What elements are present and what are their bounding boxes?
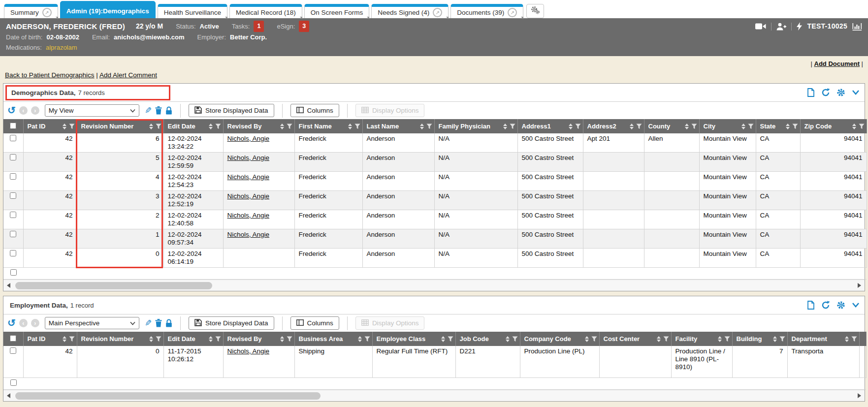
sort-icon[interactable]	[209, 124, 213, 129]
popout-icon[interactable]: ↗	[42, 8, 52, 17]
lock-view-icon[interactable]	[165, 319, 172, 327]
add-person-icon[interactable]	[776, 23, 786, 31]
scrollbar-thumb[interactable]	[15, 392, 321, 400]
chart-icon[interactable]	[852, 23, 862, 31]
filter-funnel-icon[interactable]	[448, 336, 453, 342]
sort-icon[interactable]	[852, 124, 856, 129]
row-checkbox[interactable]	[10, 250, 16, 256]
sort-icon[interactable]	[149, 124, 153, 129]
medications-value[interactable]: alprazolam	[46, 42, 77, 53]
column-header-building[interactable]: Building	[732, 332, 787, 346]
filter-funnel-icon[interactable]	[636, 124, 642, 129]
sort-icon[interactable]	[569, 124, 573, 129]
column-header-revised-by[interactable]: Revised By	[223, 332, 294, 346]
filter-funnel-icon[interactable]	[748, 124, 754, 129]
row-checkbox[interactable]	[10, 269, 17, 276]
select-all-checkbox[interactable]	[10, 335, 16, 342]
tab-admin-19-demographics[interactable]: Admin (19):Demographics	[60, 1, 156, 18]
sort-icon[interactable]	[358, 336, 362, 342]
scrollbar-thumb[interactable]	[15, 282, 212, 289]
lightning-icon[interactable]	[797, 22, 802, 31]
store-displayed-data-button[interactable]: Store Displayed Data	[189, 104, 274, 117]
column-header-first-name[interactable]: First Name	[294, 119, 362, 133]
collapse-chevron-icon[interactable]	[852, 302, 860, 308]
filter-funnel-icon[interactable]	[156, 124, 161, 129]
column-header-address1[interactable]: Address1	[517, 119, 583, 133]
popout-icon[interactable]: ↗	[433, 8, 442, 17]
sort-icon[interactable]	[420, 124, 424, 129]
settings-gear-icon[interactable]	[836, 88, 845, 97]
column-header-pat-id[interactable]: Pat ID	[23, 332, 77, 346]
back-arrow-icon[interactable]: ‹	[19, 319, 28, 327]
filter-funnel-icon[interactable]	[287, 124, 292, 129]
column-header-state[interactable]: State	[756, 119, 800, 133]
tab-needs-signed-4[interactable]: Needs Signed (4)↗	[371, 4, 449, 18]
refresh-icon[interactable]	[821, 88, 830, 97]
filter-funnel-icon[interactable]	[215, 336, 221, 342]
sort-icon[interactable]	[63, 124, 66, 129]
delete-view-icon[interactable]	[155, 319, 162, 327]
column-header-employee-class[interactable]: Employee Class	[372, 332, 455, 346]
revised-by-link[interactable]: Nichols, Angie	[227, 154, 270, 161]
store-displayed-data-button[interactable]: Store Displayed Data	[189, 316, 274, 330]
revised-by-link[interactable]: Nichols, Angie	[227, 212, 270, 219]
edit-view-icon[interactable]: ✎	[145, 319, 152, 327]
column-header-zip-code[interactable]: Zip Code	[800, 119, 867, 133]
column-header-edit-date[interactable]: Edit Date	[163, 119, 223, 133]
filter-funnel-icon[interactable]	[851, 336, 857, 342]
tab-summary[interactable]: Summary↗	[4, 4, 58, 18]
refresh-icon[interactable]	[821, 301, 830, 310]
row-checkbox[interactable]	[10, 212, 16, 218]
column-header-address2[interactable]: Address2	[583, 119, 644, 133]
column-header-h[interactable]: H	[859, 332, 866, 346]
column-header-business-area[interactable]: Business Area	[294, 332, 372, 346]
sort-icon[interactable]	[657, 336, 661, 342]
row-checkbox[interactable]	[10, 379, 17, 386]
revised-by-link[interactable]: Nichols, Angie	[227, 231, 270, 238]
add-alert-comment-link[interactable]: Add Alert Comment	[99, 71, 157, 79]
filter-funnel-icon[interactable]	[364, 336, 370, 342]
column-header-city[interactable]: City	[699, 119, 756, 133]
display-options-button[interactable]: Display Options	[355, 316, 425, 330]
tab-health-surveillance[interactable]: Health Surveillance	[158, 4, 227, 18]
scroll-right-arrow-icon[interactable]	[858, 393, 861, 398]
filter-funnel-icon[interactable]	[510, 124, 515, 129]
undo-icon[interactable]: ↺	[7, 105, 16, 115]
scroll-left-arrow-icon[interactable]	[7, 393, 10, 398]
sort-icon[interactable]	[280, 124, 284, 129]
back-arrow-icon[interactable]: ‹	[19, 106, 28, 115]
filter-funnel-icon[interactable]	[426, 124, 432, 129]
new-document-icon[interactable]	[807, 301, 815, 310]
filter-funnel-icon[interactable]	[575, 124, 581, 129]
columns-button[interactable]: Columns	[290, 316, 339, 330]
columns-button[interactable]: Columns	[290, 104, 339, 117]
filter-funnel-icon[interactable]	[512, 336, 518, 342]
row-checkbox[interactable]	[10, 231, 16, 237]
sort-icon[interactable]	[585, 336, 589, 342]
select-all-checkbox[interactable]	[10, 123, 16, 129]
column-header-pat-id[interactable]: Pat ID	[23, 119, 77, 133]
filter-funnel-icon[interactable]	[724, 336, 730, 342]
column-header-department[interactable]: Department	[787, 332, 859, 346]
row-checkbox[interactable]	[10, 135, 16, 141]
column-header-county[interactable]: County	[644, 119, 699, 133]
settings-gear-icon[interactable]	[836, 301, 845, 310]
sort-icon[interactable]	[506, 336, 510, 342]
collapse-chevron-icon[interactable]	[852, 90, 860, 95]
display-options-button[interactable]: Display Options	[355, 104, 425, 117]
view-selector[interactable]: My View	[45, 104, 139, 117]
tab-on-screen-forms[interactable]: On Screen Forms	[304, 4, 370, 18]
tab-settings-button[interactable]	[526, 4, 544, 18]
filter-funnel-icon[interactable]	[69, 124, 75, 129]
column-header-revision-number[interactable]: Revision Number	[77, 332, 163, 346]
sort-icon[interactable]	[866, 336, 867, 342]
undo-icon[interactable]: ↺	[7, 318, 16, 328]
filter-funnel-icon[interactable]	[354, 124, 360, 129]
filter-funnel-icon[interactable]	[69, 336, 75, 342]
revised-by-link[interactable]: Nichols, Angie	[227, 347, 270, 355]
filter-funnel-icon[interactable]	[663, 336, 669, 342]
lock-view-icon[interactable]	[165, 106, 172, 115]
row-checkbox[interactable]	[10, 173, 16, 180]
revised-by-link[interactable]: Nichols, Angie	[227, 173, 270, 181]
new-document-icon[interactable]	[807, 88, 815, 97]
